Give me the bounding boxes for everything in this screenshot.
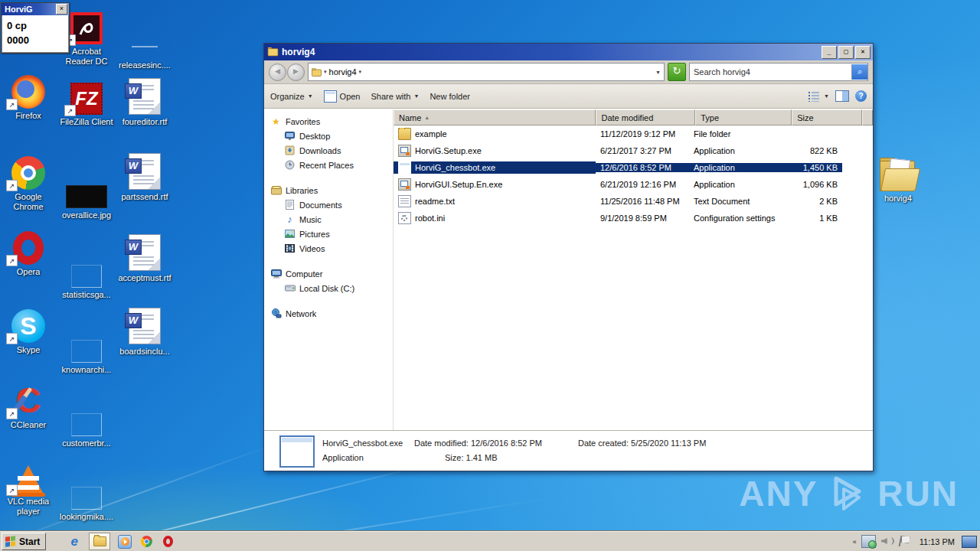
hard-drive-icon [284,282,296,294]
desktop-icon-vlc[interactable]: ↗ VLC media player [0,456,57,517]
explorer-titlebar[interactable]: horvig4 _ ▢ ✕ [264,44,873,60]
share-with-button[interactable]: Share with ▼ [371,92,420,101]
app-window-icon [398,161,411,174]
desktop-icon-label: statisticsga... [58,290,115,300]
file-row-robot-ini[interactable]: robot.ini 9/1/2019 8:59 PM Configuration… [394,210,873,227]
desktop-icon-foureditor[interactable]: W foureditor.rtf [116,77,173,127]
desktop-icon-filezilla[interactable]: FZ↗ FileZilla Client [58,77,115,127]
desktop-icon-statisticsga[interactable]: statisticsga... [58,249,115,300]
desktop-icon-lookingmika[interactable]: lookingmika.... [58,471,115,522]
horvig-cp-value: 0 cp [7,18,64,33]
desktop-icon-label: releasesinc.... [116,60,173,70]
show-hidden-icons-chevron[interactable]: « [853,538,856,546]
search-box[interactable]: Search horvig4 ⌕ [689,63,868,81]
organize-button[interactable]: Organize ▼ [270,92,313,101]
folder-icon [398,128,411,140]
close-button[interactable]: ✕ [855,46,871,59]
desktop-icon-boardsinclu[interactable]: W boardsinclu... [116,306,173,357]
file-row-readme[interactable]: readme.txt 11/25/2016 11:48 PM Text Docu… [394,193,873,210]
desktop-icon-chrome[interactable]: ↗ Google Chrome [0,152,57,212]
chrome-taskbar-icon[interactable] [139,535,153,549]
column-header-blank [862,109,873,126]
action-center-flag-icon[interactable] [900,536,913,547]
sidebar-item-downloads[interactable]: Downloads [270,143,393,158]
sidebar-item-libraries[interactable]: Libraries [270,183,393,197]
desktop-icon-knownarchi[interactable]: knownarchi... [58,324,115,375]
breadcrumb[interactable]: ▾ horvig4 ▾ ▼ [308,63,665,81]
shortcut-arrow-icon: ↗ [6,99,18,110]
preview-pane-icon[interactable] [835,90,849,102]
column-label: Name [399,113,421,122]
desktop-icon-horvig4[interactable]: horvig4 [870,153,926,204]
column-header-size[interactable]: Size [792,109,862,126]
libraries-icon [270,184,282,196]
desktop-icon-acceptmust[interactable]: W acceptmust.rtf [116,233,173,283]
list-view-icon [808,91,821,102]
address-dropdown-icon[interactable]: ▼ [655,70,661,75]
shortcut-arrow-icon: ↗ [6,180,18,191]
file-row-horvigui-setup[interactable]: HorviGUI.Setup.En.exe 6/21/2019 12:16 PM… [394,176,873,193]
change-view-button[interactable]: ▼ [808,91,829,102]
refresh-button[interactable]: ↻ [668,63,686,81]
desktop-icon-firefox[interactable]: ↗ Firefox [0,70,57,121]
start-button[interactable]: Start [2,533,46,550]
folder-icon [93,536,106,546]
internet-explorer-icon[interactable]: e [67,535,81,549]
sidebar-item-videos[interactable]: Videos [270,241,393,256]
sidebar-item-desktop[interactable]: Desktop [270,129,393,143]
desktop-icon-releasesinc[interactable]: releasesinc.... [116,20,173,70]
file-row-example[interactable]: example 11/12/2019 9:12 PM File folder [394,126,873,142]
sidebar-item-network[interactable]: Network [270,306,393,321]
sidebar-item-local-disk-c[interactable]: Local Disk (C:) [270,281,393,295]
column-header-type[interactable]: Type [695,109,792,126]
column-header-date-modified[interactable]: Date modified [596,109,695,126]
desktop-icon-skype[interactable]: S↗ Skype [0,305,57,355]
search-icon[interactable]: ⌕ [851,64,867,80]
search-input[interactable]: Search horvig4 [690,67,851,77]
close-icon[interactable]: × [56,4,67,15]
watermark-any-text: ANY [739,473,818,514]
desktop-icon-customerbr[interactable]: customerbr... [58,398,115,448]
file-name: HorviGUI.Setup.En.exe [415,180,502,189]
desktop-icon-overallice[interactable]: overallice.jpg [58,170,115,220]
new-folder-button[interactable]: New folder [430,92,470,101]
desktop-icon-ccleaner[interactable]: C↗ CCleaner [0,380,57,430]
opera-taskbar-icon[interactable] [161,535,175,549]
horvig-window-body: 0 cp 0000 [2,15,69,53]
desktop-icon-opera[interactable]: ↗ Opera [0,227,57,277]
desktop-icon-partssend[interactable]: W partssend.rtf [116,152,173,202]
file-row-horvig-chessbot-selected[interactable]: HorviG_chessbot.exe 12/6/2016 8:52 PM Ap… [394,159,873,176]
sidebar-item-pictures[interactable]: Pictures [270,227,393,241]
forward-button[interactable]: ► [287,64,305,81]
sidebar-item-recent-places[interactable]: Recent Places [270,158,393,172]
taskbar-explorer-button-active[interactable] [89,533,110,550]
file-size: 1,450 KB [779,163,842,172]
horvig-window-titlebar[interactable]: HorviG × [2,3,69,15]
show-desktop-button[interactable] [962,536,977,548]
taskbar-clock[interactable]: 11:13 PM [918,537,956,546]
file-name: HorviG_chessbot.exe [415,163,495,172]
recent-places-icon [284,159,296,171]
media-player-icon[interactable] [118,535,132,549]
desktop: ↗ Firefox ↗ Google Chrome ↗ Opera S↗ Sky… [0,0,980,551]
network-tray-icon[interactable] [861,535,876,548]
minimize-button[interactable]: _ [822,46,837,59]
maximize-button[interactable]: ▢ [838,46,854,59]
column-header-name[interactable]: Name ▲ [394,109,596,126]
command-toolbar: Organize ▼ Open Share with ▼ New folder … [264,84,873,109]
file-size: 1 KB [779,214,842,223]
help-icon[interactable]: ? [855,90,867,102]
breadcrumb-segment[interactable]: horvig4 [329,67,357,77]
chevron-icon: ▾ [324,69,327,75]
shortcut-arrow-icon: ↗ [6,484,18,496]
sidebar-item-favorites[interactable]: ★ Favorites [270,114,393,129]
sidebar-item-documents[interactable]: Documents [270,197,393,212]
sidebar-item-computer[interactable]: Computer [270,266,393,281]
ghost-file-icon [71,265,102,288]
file-row-horvig-setup[interactable]: HorviG.Setup.exe 6/21/2017 3:27 PM Appli… [394,142,873,159]
sidebar-item-label: Pictures [299,230,330,239]
open-button[interactable]: Open [324,90,361,103]
sidebar-item-music[interactable]: ♪ Music [270,212,393,227]
back-button[interactable]: ◄ [269,64,286,81]
volume-icon[interactable] [881,536,894,547]
